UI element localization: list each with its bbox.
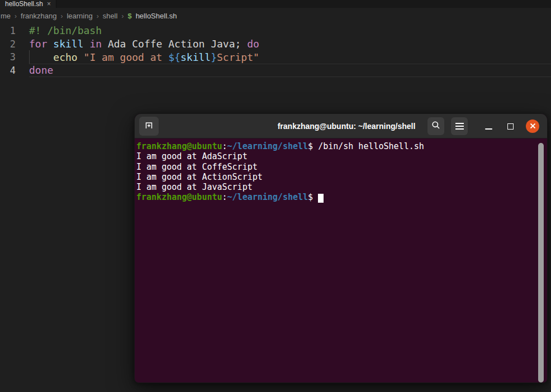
code-token: skill [180,51,211,63]
breadcrumb-item-home[interactable]: me [1,12,11,20]
code-token: skill [53,38,83,50]
terminal-line: I am good at JavaScript [136,182,547,192]
terminal-text: : [222,192,227,202]
code-line-content: done [29,64,551,77]
terminal-body[interactable]: frankzhang@ubuntu:~/learning/shell$ /bin… [135,138,547,383]
new-tab-button[interactable] [139,117,159,136]
shell-script-icon: $ [127,12,131,20]
hamburger-menu-icon [455,123,464,130]
terminal-text: I am good at AdaScript [136,151,248,161]
code-token: in [89,38,102,50]
terminal-text: frankzhang@ubuntu [136,141,222,151]
terminal-text: $ [308,141,318,151]
indent-guide [29,50,30,64]
close-button[interactable] [526,119,539,133]
terminal-cursor [318,194,324,203]
maximize-button[interactable] [507,123,514,130]
code-line-content: for skill in Ada Coffe Action Java; do [29,37,551,51]
terminal-text: $ [308,192,318,202]
search-icon [431,121,440,132]
breadcrumb-item-shell[interactable]: shell [103,12,118,20]
chevron-right-icon: › [121,12,124,20]
breadcrumb-item-learning[interactable]: learning [66,12,92,20]
terminal-line: I am good at ActionScript [136,172,547,182]
code-token [78,51,84,63]
terminal-text: ~/learning/shell [227,192,308,202]
terminal-window: frankzhang@ubuntu: ~/learning/shell [134,113,548,383]
line-number[interactable]: 1 [0,25,16,36]
code-token: do [247,38,259,50]
minimize-icon [485,128,492,130]
terminal-text: frankzhang@ubuntu [136,192,222,202]
code-line[interactable]: 3 echo "I am good at ${skill}Script" [0,50,551,64]
close-icon [530,121,536,131]
code-token [48,38,54,50]
tab-close-icon[interactable]: × [47,1,51,7]
breadcrumb-item-file[interactable]: helloShell.sh [136,12,177,20]
code-token [29,51,53,63]
new-tab-icon [144,121,154,132]
code-token: done [29,64,53,76]
terminal-text: : [222,141,227,151]
search-button[interactable] [428,117,444,135]
terminal-text: ~/learning/shell [227,141,308,151]
breadcrumb-item-frankzhang[interactable]: frankzhang [21,12,56,20]
code-token: for [29,38,48,50]
code-line[interactable]: 4done [0,64,551,77]
terminal-line: I am good at CoffeScript [136,162,547,172]
code-lines: 1#! /bin/bash2for skill in Ada Coffe Act… [0,24,551,77]
terminal-line: frankzhang@ubuntu:~/learning/shell$ [136,192,547,203]
code-token: Script" [217,51,259,63]
code-line-content: #! /bin/bash [29,24,551,37]
tab-label: helloShell.sh [5,0,43,8]
terminal-scrollbar[interactable] [538,143,544,383]
code-token [84,38,90,50]
terminal-text: I am good at ActionScript [136,172,263,182]
terminal-text: /bin/sh helloShell.sh [318,141,424,151]
terminal-title: frankzhang@ubuntu: ~/learning/shell [278,122,416,131]
minimize-button[interactable] [484,122,492,131]
line-number[interactable]: 3 [0,51,16,63]
tab-helloshell[interactable]: helloShell.sh × [0,0,56,8]
code-token: #! /bin/bash [29,25,102,36]
line-number[interactable]: 2 [0,39,16,50]
terminal-text: I am good at JavaScript [136,182,253,192]
code-editor[interactable]: 1#! /bin/bash2for skill in Ada Coffe Act… [0,24,551,77]
code-token: "I am good at [84,51,169,63]
desktop: { "editor": { "tab": { "label": "helloSh… [0,0,551,392]
menu-button[interactable] [451,117,468,135]
chevron-right-icon: › [97,12,99,20]
terminal-line: I am good at AdaScript [136,151,547,161]
code-token: echo [53,51,77,63]
terminal-line: frankzhang@ubuntu:~/learning/shell$ /bin… [136,141,547,151]
code-line[interactable]: 2for skill in Ada Coffe Action Java; do [0,37,551,51]
code-line-content: echo "I am good at ${skill}Script" [29,50,551,64]
terminal-text: I am good at CoffeScript [136,162,258,172]
breadcrumb: me › frankzhang › learning › shell › $ h… [0,8,551,24]
code-line[interactable]: 1#! /bin/bash [0,24,551,37]
code-token: ${ [168,51,180,63]
terminal-lines: frankzhang@ubuntu:~/learning/shell$ /bin… [136,141,547,203]
editor-tab-bar: helloShell.sh × [0,0,551,8]
code-token: } [211,51,217,63]
line-number[interactable]: 4 [0,65,16,76]
terminal-titlebar[interactable]: frankzhang@ubuntu: ~/learning/shell [135,114,547,138]
chevron-right-icon: › [15,12,17,20]
chevron-right-icon: › [60,12,63,20]
code-token: Ada Coffe Action Java; [102,38,247,50]
maximize-icon [507,123,514,130]
